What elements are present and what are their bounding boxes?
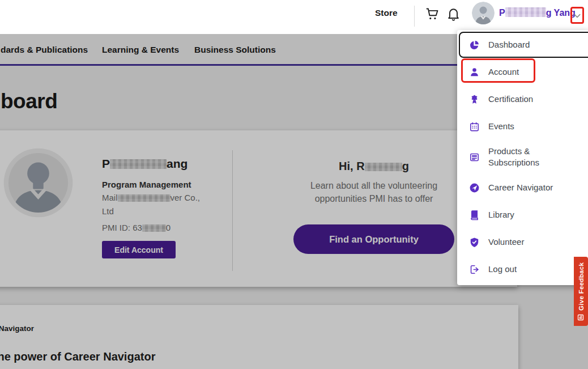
menu-item-label: Log out (488, 264, 517, 275)
menu-item-label: Library (488, 209, 514, 220)
pie-chart-icon (468, 39, 480, 50)
menu-item-certification[interactable]: Certification (457, 86, 588, 113)
menu-item-label: Certification (488, 94, 533, 105)
menu-item-products-subscriptions[interactable]: Products & Subscriptions (457, 140, 588, 174)
menu-item-account[interactable]: Account (457, 58, 588, 86)
feedback-form-icon (578, 314, 585, 321)
menu-item-label: Products & Subscriptions (488, 146, 559, 168)
menu-item-events[interactable]: Events (457, 113, 588, 140)
cart-icon[interactable] (424, 6, 440, 24)
menu-item-dashboard[interactable]: Dashboard (457, 31, 588, 58)
store-link[interactable]: Store (375, 8, 398, 18)
user-name[interactable]: Pg Yang (499, 7, 576, 18)
give-feedback-tab[interactable]: Give Feedback (574, 257, 588, 326)
notifications-bell-icon[interactable] (446, 6, 461, 24)
menu-item-label: Dashboard (488, 39, 530, 50)
menu-item-label: Volunteer (488, 236, 524, 248)
menu-item-logout[interactable]: Log out (457, 256, 588, 283)
award-icon (468, 94, 480, 105)
user-avatar[interactable] (472, 2, 495, 24)
menu-item-career-navigator[interactable]: Career Navigator (457, 174, 588, 201)
shield-check-icon (468, 236, 480, 248)
subscriptions-icon (468, 151, 480, 163)
menu-item-label: Account (488, 66, 519, 78)
menu-item-label: Events (488, 121, 514, 132)
calendar-icon (468, 121, 480, 132)
redacted-text (505, 7, 546, 17)
header-divider (414, 6, 415, 27)
menu-item-library[interactable]: Library (457, 201, 588, 228)
top-header: Store Pg Yang (0, 0, 588, 34)
logout-icon (468, 264, 480, 275)
compass-icon (468, 182, 480, 193)
account-dropdown-menu: Dashboard Account Certification (457, 30, 588, 285)
book-icon (468, 209, 480, 220)
chevron-down-icon[interactable] (573, 11, 582, 23)
person-icon (468, 66, 480, 78)
menu-item-volunteer[interactable]: Volunteer (457, 228, 588, 256)
feedback-label: Give Feedback (578, 262, 585, 310)
menu-item-label: Career Navigator (488, 182, 553, 193)
